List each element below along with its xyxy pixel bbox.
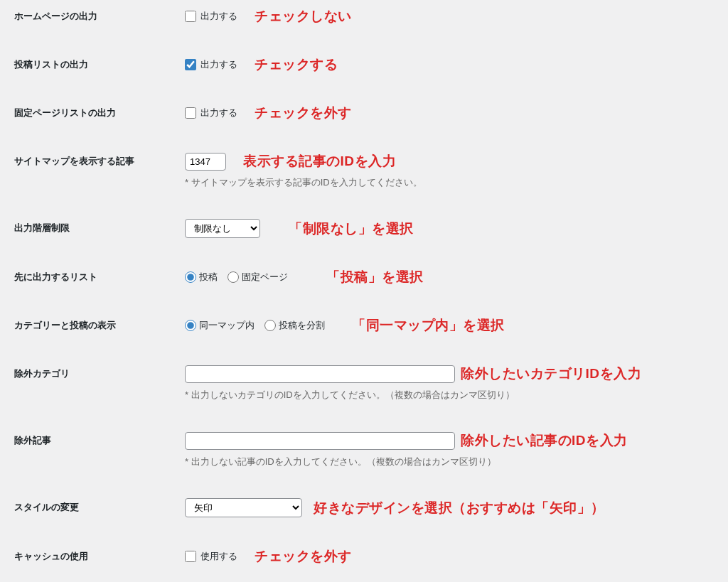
radio-wrap-split-post[interactable]: 投稿を分割	[264, 319, 325, 332]
checkbox-page-list[interactable]	[185, 107, 196, 119]
label-exclude-post: 除外記事	[14, 431, 185, 447]
radio-label-first-post: 投稿	[199, 271, 218, 284]
annotation-post-list: チェックする	[255, 55, 338, 74]
row-post-list: 投稿リストの出力 出力する チェックする	[14, 55, 714, 74]
checkbox-wrap-homepage[interactable]: 出力する	[185, 10, 237, 23]
label-first-list: 先に出力するリスト	[14, 268, 185, 284]
checkbox-label-page-list: 出力する	[200, 107, 237, 119]
row-depth-limit: 出力階層制限 制限なし 「制限なし」を選択	[14, 219, 714, 238]
select-depth-limit[interactable]: 制限なし	[185, 219, 260, 238]
label-sitemap-post: サイトマップを表示する記事	[14, 152, 185, 168]
radio-same-map[interactable]	[185, 320, 196, 331]
label-style: スタイルの変更	[14, 498, 185, 514]
annotation-exclude-cat: 除外したいカテゴリIDを入力	[461, 365, 641, 383]
checkbox-label-cache: 使用する	[200, 550, 237, 563]
annotation-page-list: チェックを外す	[255, 104, 352, 122]
settings-form: ホームページの出力 出力する チェックしない 投稿リストの出力 出力する チェッ…	[14, 7, 714, 582]
label-post-list: 投稿リストの出力	[14, 55, 185, 71]
radio-label-first-page: 固定ページ	[242, 271, 288, 284]
row-page-list: 固定ページリストの出力 出力する チェックを外す	[14, 104, 714, 122]
checkbox-wrap-cache[interactable]: 使用する	[185, 550, 237, 563]
radio-wrap-same-map[interactable]: 同一マップ内	[185, 319, 255, 332]
checkbox-label-homepage: 出力する	[200, 10, 237, 23]
annotation-homepage: チェックしない	[255, 7, 352, 26]
annotation-sitemap-post: 表示する記事のIDを入力	[243, 152, 396, 171]
radio-first-page[interactable]	[228, 271, 239, 283]
row-exclude-cat: 除外カテゴリ 除外したいカテゴリIDを入力 * 出力しないカテゴリのIDを入力し…	[14, 365, 714, 402]
annotation-first-list: 「投稿」を選択	[326, 268, 424, 286]
help-exclude-cat: * 出力しないカテゴリのIDを入力してください。（複数の場合はカンマ区切り）	[185, 389, 714, 402]
radio-label-same-map: 同一マップ内	[199, 319, 255, 332]
input-sitemap-post-id[interactable]	[185, 153, 226, 171]
label-depth-limit: 出力階層制限	[14, 219, 185, 235]
row-first-list: 先に出力するリスト 投稿 固定ページ 「投稿」を選択	[14, 268, 714, 286]
radio-split-post[interactable]	[264, 320, 276, 331]
help-sitemap-post: * サイトマップを表示する記事のIDを入力してください。	[185, 176, 714, 189]
label-cache: キャッシュの使用	[14, 547, 185, 563]
input-exclude-post[interactable]	[185, 432, 455, 450]
label-homepage: ホームページの出力	[14, 7, 185, 23]
radio-wrap-first-page[interactable]: 固定ページ	[228, 271, 288, 284]
row-cat-post-display: カテゴリーと投稿の表示 同一マップ内 投稿を分割 「同一マップ内」を選択	[14, 316, 714, 335]
row-exclude-post: 除外記事 除外したい記事のIDを入力 * 出力しない記事のIDを入力してください…	[14, 431, 714, 468]
checkbox-cache[interactable]	[185, 551, 196, 562]
row-cache: キャッシュの使用 使用する チェックを外す	[14, 547, 714, 566]
checkbox-wrap-page-list[interactable]: 出力する	[185, 107, 237, 119]
label-page-list: 固定ページリストの出力	[14, 104, 185, 119]
row-homepage: ホームページの出力 出力する チェックしない	[14, 7, 714, 26]
checkbox-homepage[interactable]	[185, 11, 196, 22]
radio-label-split-post: 投稿を分割	[279, 319, 325, 332]
annotation-style: 好きなデザインを選択（おすすめは「矢印」）	[314, 499, 605, 517]
checkbox-wrap-post-list[interactable]: 出力する	[185, 58, 237, 71]
annotation-exclude-post: 除外したい記事のIDを入力	[461, 431, 628, 450]
select-style[interactable]: 矢印	[185, 498, 302, 517]
annotation-depth-limit: 「制限なし」を選択	[289, 220, 414, 238]
label-cat-post-display: カテゴリーと投稿の表示	[14, 316, 185, 332]
checkbox-post-list[interactable]	[185, 59, 196, 70]
checkbox-label-post-list: 出力する	[200, 58, 237, 71]
help-exclude-post: * 出力しない記事のIDを入力してください。（複数の場合はカンマ区切り）	[185, 456, 714, 468]
label-exclude-cat: 除外カテゴリ	[14, 365, 185, 380]
radio-first-post[interactable]	[185, 271, 196, 283]
row-style: スタイルの変更 矢印 好きなデザインを選択（おすすめは「矢印」）	[14, 498, 714, 517]
annotation-cat-post-display: 「同一マップ内」を選択	[352, 316, 505, 335]
annotation-cache: チェックを外す	[255, 547, 352, 566]
radio-wrap-first-post[interactable]: 投稿	[185, 271, 218, 284]
row-sitemap-post: サイトマップを表示する記事 表示する記事のIDを入力 * サイトマップを表示する…	[14, 152, 714, 189]
input-exclude-cat[interactable]	[185, 365, 455, 383]
